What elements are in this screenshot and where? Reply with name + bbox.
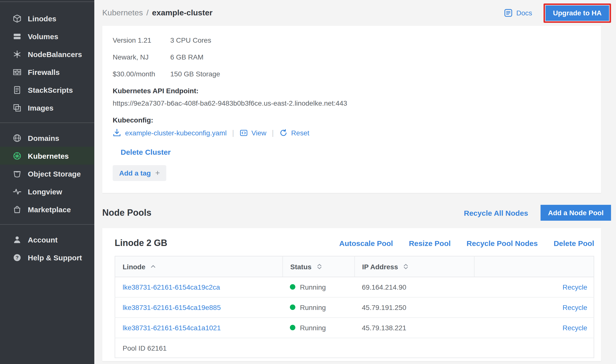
add-tag-button[interactable]: Add a tag +	[113, 165, 166, 181]
volumes-icon	[12, 32, 21, 40]
sidebar-item-label: Object Storage	[28, 169, 81, 178]
sidebar-item-label: Volumes	[28, 32, 58, 40]
sidebar-item-label: Linodes	[28, 14, 56, 23]
kubeconfig-actions: example-cluster-kubeconfig.yaml | View |	[113, 128, 591, 137]
sort-both-icon	[316, 263, 322, 270]
sidebar-item-label: Marketplace	[28, 205, 71, 213]
separator: |	[232, 128, 234, 137]
images-icon	[12, 103, 21, 112]
kubeconfig-reset-button[interactable]: Reset	[279, 129, 309, 137]
stackscripts-icon	[12, 86, 21, 94]
cube-icon	[12, 14, 21, 23]
sidebar-item-stackscripts[interactable]: StackScripts	[0, 81, 94, 99]
detail-row: Newark, NJ 6 GB RAM	[113, 53, 591, 61]
node-link[interactable]: lke38731-62161-6154ca19c2ca	[123, 283, 220, 291]
delete-pool-link[interactable]: Delete Pool	[554, 239, 594, 247]
breadcrumb-separator: /	[146, 8, 149, 17]
kubeconfig-block: Kubeconfig: example-cluster-kubeconfig.y…	[113, 116, 591, 137]
column-header-ip-address[interactable]: IP Address	[354, 256, 474, 277]
autoscale-pool-link[interactable]: Autoscale Pool	[339, 239, 393, 247]
api-endpoint-block: Kubernetes API Endpoint: https://9e2a730…	[113, 87, 591, 107]
breadcrumb: Kubernetes / example-cluster	[102, 8, 212, 17]
reset-icon	[279, 129, 287, 137]
sort-ascending-icon	[150, 263, 156, 270]
status-label: Running	[300, 283, 326, 291]
recycle-node-link[interactable]: Recycle	[562, 283, 587, 291]
sidebar-item-linodes[interactable]: Linodes	[0, 9, 94, 27]
upgrade-to-ha-button[interactable]: Upgrade to HA	[546, 5, 609, 21]
sidebar-item-label: Account	[28, 235, 58, 244]
sidebar-item-label: Help & Support	[28, 253, 82, 262]
node-link[interactable]: lke38731-62161-6154ca1a1021	[123, 324, 221, 332]
cluster-ram: 6 GB RAM	[170, 53, 204, 61]
sidebar-top-divider	[0, 1, 94, 2]
node-pool-card: Linode 2 GB Autoscale Pool Resize Pool R…	[102, 228, 601, 361]
pool-id: Pool ID 62161	[115, 338, 594, 358]
docs-link[interactable]: Docs	[504, 8, 532, 17]
detail-row: $30.00/month 150 GB Storage	[113, 70, 591, 78]
nodebalancer-icon	[12, 50, 21, 58]
sidebar-item-help-support[interactable]: ? Help & Support	[0, 248, 94, 266]
sidebar-item-longview[interactable]: Longview	[0, 182, 94, 200]
sidebar-item-volumes[interactable]: Volumes	[0, 27, 94, 45]
person-icon	[12, 235, 21, 244]
status-label: Running	[300, 303, 326, 311]
pool-footer-row: Pool ID 62161	[115, 338, 594, 358]
sidebar-item-label: Domains	[28, 134, 59, 142]
view-label: View	[251, 129, 266, 137]
node-pools-header: Node Pools Recycle All Nodes Add a Node …	[102, 205, 611, 221]
delete-cluster-button[interactable]: Delete Cluster	[121, 148, 171, 156]
breadcrumb-section-link[interactable]: Kubernetes	[102, 8, 143, 17]
node-link[interactable]: lke38731-62161-6154ca19e885	[123, 303, 221, 311]
sidebar: Linodes Volumes NodeBalancers Firewalls	[0, 0, 94, 364]
sidebar-item-firewalls[interactable]: Firewalls	[0, 63, 94, 81]
column-label: Linode	[123, 263, 145, 271]
status-dot-running	[290, 325, 296, 331]
recycle-all-nodes-link[interactable]: Recycle All Nodes	[464, 209, 528, 217]
table-header-row: Linode Status	[115, 256, 594, 277]
cluster-storage: 150 GB Storage	[170, 70, 220, 78]
cluster-region: Newark, NJ	[113, 53, 170, 61]
add-node-pool-button[interactable]: Add a Node Pool	[541, 205, 611, 221]
cluster-summary-card: Version 1.21 3 CPU Cores Newark, NJ 6 GB…	[102, 26, 601, 193]
code-view-icon	[240, 129, 247, 137]
pool-action-links: Autoscale Pool Resize Pool Recycle Pool …	[339, 239, 594, 247]
sidebar-item-account[interactable]: Account	[0, 231, 94, 248]
add-tag-label: Add a tag	[119, 169, 151, 177]
cluster-version: Version 1.21	[113, 36, 170, 45]
sidebar-item-object-storage[interactable]: Object Storage	[0, 165, 94, 182]
pool-name: Linode 2 GB	[115, 238, 167, 248]
column-header-status[interactable]: Status	[283, 256, 355, 277]
column-header-actions	[474, 256, 594, 277]
shopping-bag-icon	[12, 205, 21, 213]
sidebar-item-marketplace[interactable]: Marketplace	[0, 200, 94, 218]
resize-pool-link[interactable]: Resize Pool	[409, 239, 450, 247]
pool-head: Linode 2 GB Autoscale Pool Resize Pool R…	[115, 238, 594, 248]
plus-icon: +	[155, 170, 160, 177]
sidebar-item-domains[interactable]: Domains	[0, 129, 94, 147]
status-cell: Running	[290, 324, 326, 332]
api-endpoint-label: Kubernetes API Endpoint:	[113, 87, 591, 95]
column-header-linode[interactable]: Linode	[115, 256, 283, 277]
sidebar-item-label: StackScripts	[28, 86, 73, 94]
download-icon	[113, 128, 121, 137]
svg-text:?: ?	[15, 255, 18, 260]
recycle-node-link[interactable]: Recycle	[562, 303, 587, 311]
recycle-node-link[interactable]: Recycle	[562, 324, 587, 332]
kubeconfig-view-button[interactable]: View	[240, 129, 266, 137]
recycle-pool-nodes-link[interactable]: Recycle Pool Nodes	[467, 239, 538, 247]
sidebar-item-label: Images	[28, 103, 53, 112]
ip-address: 45.79.191.250	[354, 297, 474, 318]
bucket-icon	[12, 169, 21, 178]
sidebar-item-kubernetes[interactable]: Kubernetes	[0, 147, 94, 165]
sidebar-item-nodebalancers[interactable]: NodeBalancers	[0, 45, 94, 63]
ip-address: 69.164.214.90	[354, 277, 474, 297]
kubeconfig-download-link[interactable]: example-cluster-kubeconfig.yaml	[113, 128, 227, 137]
header-actions: Docs Upgrade to HA	[504, 3, 611, 23]
table-row: lke38731-62161-6154ca19e885 Running 45.7…	[115, 297, 594, 318]
column-label: IP Address	[362, 263, 398, 271]
globe-icon	[12, 134, 21, 142]
cluster-details: Version 1.21 3 CPU Cores Newark, NJ 6 GB…	[113, 36, 591, 78]
sidebar-item-images[interactable]: Images	[0, 99, 94, 117]
table-row: lke38731-62161-6154ca19c2ca Running 69.1…	[115, 277, 594, 297]
